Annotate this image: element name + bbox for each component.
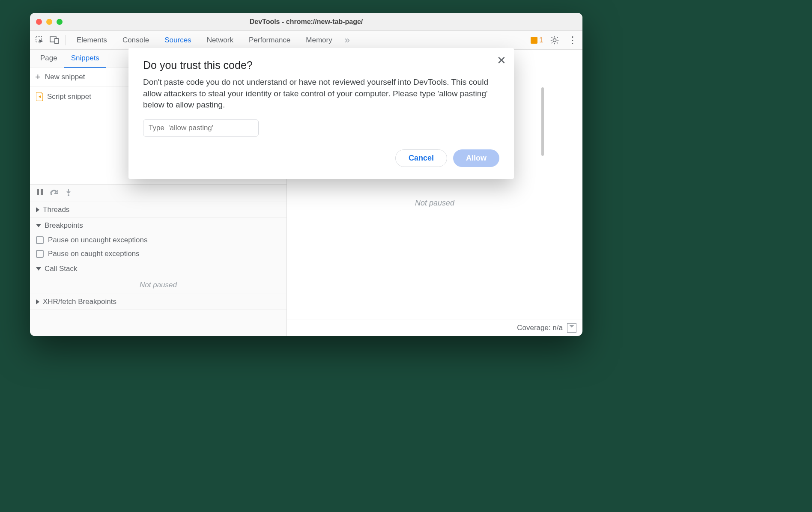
warning-icon (531, 37, 537, 44)
pause-caught-row[interactable]: Pause on caught exceptions (30, 247, 287, 261)
traffic-lights (36, 19, 63, 25)
pause-caught-label: Pause on caught exceptions (48, 250, 140, 258)
tab-elements[interactable]: Elements (70, 32, 114, 49)
section-threads: Threads (30, 202, 287, 218)
new-snippet-button[interactable]: New snippet (45, 73, 85, 81)
dialog-body: Don't paste code you do not understand o… (143, 77, 499, 111)
step-over-icon[interactable] (50, 188, 59, 198)
minimize-window-button[interactable] (46, 19, 52, 25)
threads-label: Threads (43, 205, 69, 214)
scrollbar[interactable] (541, 87, 544, 156)
warning-count: 1 (539, 36, 543, 44)
tab-performance[interactable]: Performance (242, 32, 297, 49)
plus-icon[interactable]: + (35, 71, 41, 83)
tab-network[interactable]: Network (200, 32, 240, 49)
svg-point-6 (68, 194, 69, 196)
dialog-buttons: Cancel Allow (143, 149, 499, 167)
maximize-window-button[interactable] (57, 19, 63, 25)
allow-pasting-input[interactable] (143, 119, 259, 137)
chevron-down-icon (36, 224, 41, 227)
tab-memory[interactable]: Memory (299, 32, 339, 49)
close-icon[interactable]: ✕ (497, 54, 506, 67)
device-toolbar-icon[interactable] (48, 34, 61, 47)
section-xhr-breakpoints: XHR/fetch Breakpoints (30, 294, 287, 310)
xhr-breakpoints-header[interactable]: XHR/fetch Breakpoints (30, 294, 287, 310)
checkbox-icon[interactable] (36, 236, 44, 244)
breakpoints-header[interactable]: Breakpoints (30, 218, 287, 233)
call-stack-label: Call Stack (45, 265, 78, 273)
devtools-window: DevTools - chrome://new-tab-page/ Elemen… (30, 13, 582, 336)
chevron-right-icon (36, 299, 39, 304)
snippet-file-icon (36, 92, 44, 101)
coverage-bar: Coverage: n/a (287, 319, 582, 336)
call-stack-header[interactable]: Call Stack (30, 261, 287, 277)
svg-rect-4 (41, 189, 43, 195)
dialog-title: Do you trust this code? (143, 59, 499, 71)
section-breakpoints: Breakpoints Pause on uncaught exceptions… (30, 218, 287, 261)
titlebar: DevTools - chrome://new-tab-page/ (30, 13, 582, 31)
pause-uncaught-label: Pause on uncaught exceptions (48, 236, 148, 244)
tab-console[interactable]: Console (116, 32, 156, 49)
chevron-down-icon (36, 267, 41, 271)
allow-button[interactable]: Allow (453, 149, 499, 167)
right-not-paused: Not paused (287, 199, 582, 208)
debugger-panel: Threads Breakpoints Pause on uncaught ex… (30, 184, 287, 336)
close-window-button[interactable] (36, 19, 42, 25)
warning-badge[interactable]: 1 (531, 36, 543, 44)
threads-header[interactable]: Threads (30, 202, 287, 217)
coverage-label: Coverage: n/a (517, 324, 563, 332)
svg-rect-2 (55, 39, 58, 44)
kebab-menu-icon[interactable]: ⋮ (566, 34, 579, 47)
section-call-stack: Call Stack Not paused (30, 261, 287, 294)
call-stack-not-paused: Not paused (30, 277, 287, 294)
pause-uncaught-row[interactable]: Pause on uncaught exceptions (30, 233, 287, 247)
cancel-button[interactable]: Cancel (395, 149, 447, 167)
gear-icon[interactable] (548, 34, 561, 47)
dropdown-icon[interactable] (567, 323, 576, 333)
main-tab-bar: Elements Console Sources Network Perform… (30, 31, 582, 50)
sub-tab-snippets[interactable]: Snippets (64, 50, 106, 68)
window-title: DevTools - chrome://new-tab-page/ (30, 18, 582, 26)
more-tabs-chevron-icon[interactable]: » (341, 34, 354, 47)
svg-rect-3 (37, 189, 39, 195)
pause-icon[interactable] (36, 188, 44, 198)
debug-toolbar (30, 185, 287, 202)
xhr-breakpoints-label: XHR/fetch Breakpoints (43, 298, 116, 306)
svg-point-5 (51, 193, 52, 195)
checkbox-icon[interactable] (36, 250, 44, 258)
divider (65, 35, 66, 45)
sub-tab-page[interactable]: Page (33, 50, 64, 68)
snippet-name: Script snippet (47, 92, 91, 101)
trust-code-dialog: ✕ Do you trust this code? Don't paste co… (128, 48, 514, 179)
chevron-right-icon (36, 207, 39, 212)
step-into-icon[interactable] (65, 188, 72, 198)
inspect-element-icon[interactable] (33, 34, 46, 47)
breakpoints-label: Breakpoints (45, 221, 83, 230)
tab-sources[interactable]: Sources (158, 32, 198, 49)
